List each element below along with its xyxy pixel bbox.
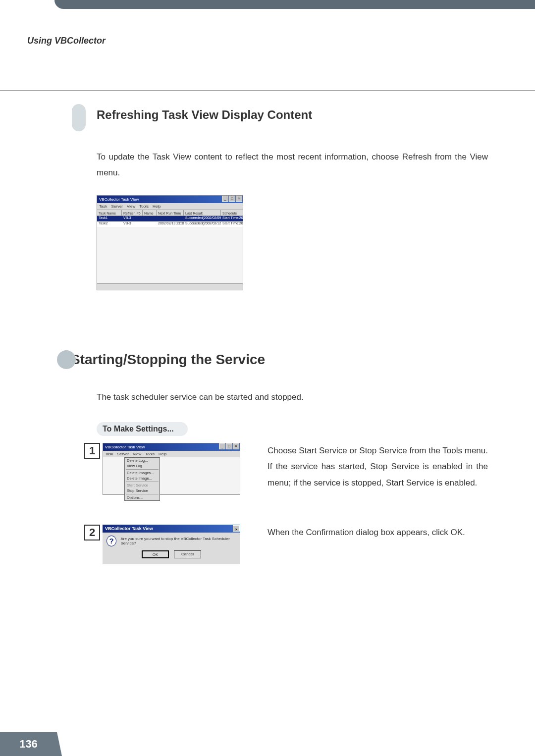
- step-number: 2: [84, 525, 100, 540]
- menubar: Task Server View Tools Help: [97, 203, 243, 210]
- close-icon[interactable]: ×: [233, 443, 239, 449]
- cancel-button[interactable]: Cancel: [174, 550, 201, 558]
- scrollbar[interactable]: [97, 283, 243, 290]
- content: Refreshing Task View Display Content To …: [72, 104, 488, 290]
- menu-server[interactable]: Server: [111, 204, 123, 209]
- step-text: Choose Start Service or Stop Service fro…: [268, 443, 488, 491]
- minimize-icon[interactable]: _: [222, 196, 228, 202]
- question-icon: ?: [107, 536, 116, 546]
- menu-task[interactable]: Task: [105, 452, 113, 456]
- menu-item[interactable]: View Log: [125, 463, 160, 469]
- step-text: When the Confirmation dialog box appears…: [268, 525, 465, 540]
- confirmation-dialog: VBCollector Task View × ? Are you sure y…: [103, 525, 240, 564]
- subsection-body: To update the Task View content to refle…: [97, 149, 488, 181]
- separator: [126, 482, 159, 482]
- menu-help[interactable]: Help: [159, 452, 166, 456]
- col-task-name[interactable]: Task Name: [97, 210, 122, 216]
- menu-item-stop-service[interactable]: Stop Service: [125, 488, 160, 493]
- section-starting-stopping: Starting/Stopping the Service The task s…: [57, 352, 488, 564]
- page-header: Using VBCollector: [27, 36, 106, 46]
- dialog-title-text: VBCollector Task View: [105, 525, 153, 533]
- step-2: 2 VBCollector Task View × ? Are you sure…: [84, 525, 488, 564]
- col-refresh[interactable]: Refresh F5: [122, 210, 143, 216]
- menu-server[interactable]: Server: [117, 452, 129, 456]
- col-name[interactable]: Name: [143, 210, 157, 216]
- dialog-buttons: OK Cancel: [103, 550, 240, 558]
- top-bar: [54, 0, 535, 9]
- window-titlebar: VBCollector Task View _ □ ×: [103, 443, 240, 451]
- step-1: 1 VBCollector Task View _ □ × Task Serve…: [84, 443, 488, 495]
- screenshot-task-view: VBCollector Task View _ □ × Task Server …: [97, 195, 243, 290]
- window-titlebar: VBCollector Task View _ □ ×: [97, 196, 243, 203]
- menu-tools[interactable]: Tools: [139, 204, 149, 209]
- menu-tools[interactable]: Tools: [145, 452, 155, 456]
- menu-item[interactable]: Delete Images...: [125, 470, 160, 476]
- table-row[interactable]: Task1 VB-3 Succeeded(2002/02/09 11:29) S…: [97, 216, 243, 221]
- col-schedule[interactable]: Schedule: [221, 210, 243, 216]
- tools-dropdown: Delete Log... View Log Delete Images... …: [124, 457, 160, 501]
- section-title: Starting/Stopping the Service: [71, 352, 488, 368]
- window-buttons: _ □ ×: [222, 196, 243, 203]
- column-headers: Task Name Refresh F5 Name Next Run Time …: [97, 210, 243, 216]
- window-title: VBCollector Task View: [105, 443, 145, 451]
- window-buttons: _ □ ×: [219, 443, 240, 451]
- menu-item[interactable]: Delete Image...: [125, 476, 160, 481]
- col-next-run[interactable]: Next Run Time: [157, 210, 184, 216]
- menu-item[interactable]: Options...: [125, 495, 160, 500]
- dialog-body: ? Are you sure you want to stop the VBCo…: [103, 533, 240, 549]
- menu-item-start-service[interactable]: Start Service: [125, 483, 160, 488]
- minimize-icon[interactable]: _: [219, 443, 225, 449]
- dialog-message: Are you sure you want to stop the VBColl…: [120, 537, 236, 545]
- page-corner: [57, 732, 62, 756]
- maximize-icon[interactable]: □: [229, 196, 235, 202]
- step-number: 1: [84, 443, 100, 459]
- menu-task[interactable]: Task: [99, 204, 107, 209]
- section-body: The task scheduler service can be starte…: [97, 392, 488, 402]
- table-rows: Task1 VB-3 Succeeded(2002/02/09 11:29) S…: [97, 216, 243, 227]
- section-marker: [57, 350, 76, 369]
- page-number: 136: [0, 732, 57, 756]
- window-title: VBCollector Task View: [99, 196, 139, 203]
- menu-view[interactable]: View: [127, 204, 135, 209]
- ok-button[interactable]: OK: [142, 550, 169, 558]
- separator: [126, 469, 159, 470]
- maximize-icon[interactable]: □: [226, 443, 232, 449]
- close-icon[interactable]: ×: [236, 196, 242, 202]
- dialog-titlebar: VBCollector Task View ×: [103, 525, 240, 533]
- screenshot-tools-menu: VBCollector Task View _ □ × Task Server …: [103, 443, 240, 495]
- divider: [0, 90, 535, 91]
- menu-item[interactable]: Delete Log...: [125, 458, 160, 463]
- separator: [126, 494, 159, 494]
- table-row[interactable]: Task2 VB-3 2002/02/13 23:30 Succeeded(20…: [97, 221, 243, 227]
- settings-label: To Make Settings...: [97, 422, 188, 436]
- menubar: Task Server View Tools Help: [103, 451, 240, 457]
- close-icon[interactable]: ×: [233, 525, 240, 532]
- subsection-title: Refreshing Task View Display Content: [97, 104, 488, 122]
- menu-view[interactable]: View: [133, 452, 141, 456]
- subsection-marker: [72, 104, 86, 131]
- menu-help[interactable]: Help: [153, 204, 160, 209]
- col-last-result[interactable]: Last Result: [184, 210, 221, 216]
